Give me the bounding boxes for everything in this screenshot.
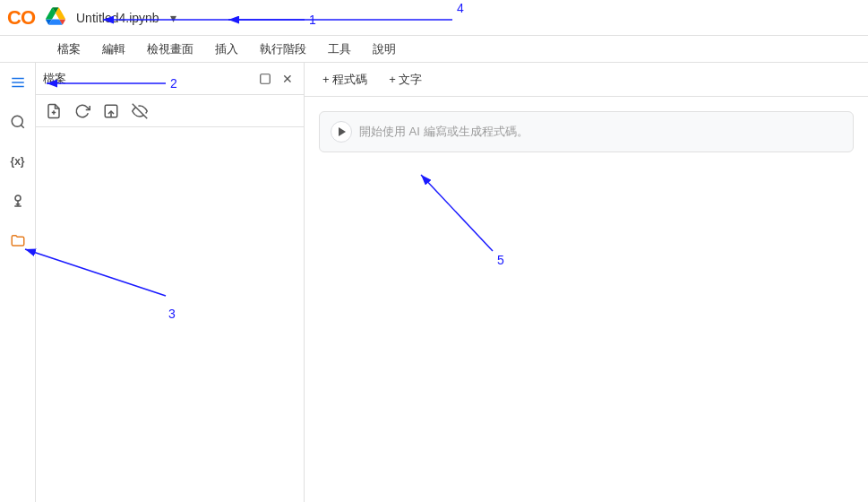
new-file-btn[interactable]: [43, 100, 64, 122]
top-bar: CO Untitled4.ipynb ▾: [0, 0, 868, 36]
svg-line-4: [21, 125, 23, 127]
code-cell[interactable]: 開始使用 AI 編寫或生成程式碼。: [319, 111, 854, 152]
sidebar-btn-toc[interactable]: [5, 70, 30, 95]
menu-item-tools[interactable]: 工具: [324, 39, 355, 59]
file-panel-toolbar: [36, 95, 304, 127]
filename[interactable]: Untitled4.ipynb: [76, 11, 159, 25]
sidebar-btn-variables[interactable]: {x}: [5, 149, 30, 174]
menu-item-runtime[interactable]: 執行階段: [256, 39, 310, 59]
hide-paths-btn[interactable]: [129, 100, 150, 122]
menu-item-file[interactable]: 檔案: [54, 39, 84, 59]
add-text-button[interactable]: + 文字: [382, 69, 429, 91]
content-area: + 程式碼 + 文字 開始使用 AI 編寫或生成程式碼。: [305, 63, 868, 502]
sidebar-btn-files[interactable]: [5, 228, 30, 253]
menu-item-edit[interactable]: 編輯: [99, 39, 129, 59]
menu-item-insert[interactable]: 插入: [211, 39, 242, 59]
icon-sidebar: {x}: [0, 63, 36, 502]
logo-text: CO: [7, 6, 35, 30]
run-triangle-icon: [339, 127, 346, 136]
file-panel-header: 檔案 ✕: [36, 63, 304, 95]
filename-dropdown-icon[interactable]: ▾: [170, 11, 176, 25]
svg-point-5: [15, 195, 21, 201]
menu-bar: 檔案 編輯 檢視畫面 插入 執行階段 工具 說明: [0, 36, 868, 63]
colab-logo[interactable]: CO: [7, 6, 35, 30]
file-panel-actions: ✕: [255, 70, 296, 88]
run-button[interactable]: [331, 121, 352, 143]
file-panel-window-btn[interactable]: [255, 70, 275, 88]
sidebar-btn-secrets[interactable]: [5, 188, 30, 213]
file-list: [36, 127, 304, 502]
file-panel-title: 檔案: [43, 71, 66, 87]
main-layout: {x} 檔案 ✕: [0, 63, 868, 502]
svg-rect-6: [261, 74, 271, 83]
cell-placeholder-text[interactable]: 開始使用 AI 編寫或生成程式碼。: [359, 124, 529, 140]
menu-item-view[interactable]: 檢視畫面: [143, 39, 197, 59]
sidebar-btn-search[interactable]: [5, 109, 30, 134]
svg-point-3: [12, 116, 22, 126]
content-toolbar: + 程式碼 + 文字: [305, 63, 868, 97]
menu-item-help[interactable]: 說明: [369, 39, 400, 59]
add-code-button[interactable]: + 程式碼: [315, 69, 374, 91]
file-panel: 檔案 ✕: [36, 63, 305, 502]
upload-btn[interactable]: [100, 100, 122, 122]
gdrive-icon[interactable]: [46, 6, 65, 29]
file-panel-close-btn[interactable]: ✕: [279, 70, 296, 88]
cell-area: 開始使用 AI 編寫或生成程式碼。: [305, 97, 868, 502]
refresh-btn[interactable]: [72, 100, 93, 122]
